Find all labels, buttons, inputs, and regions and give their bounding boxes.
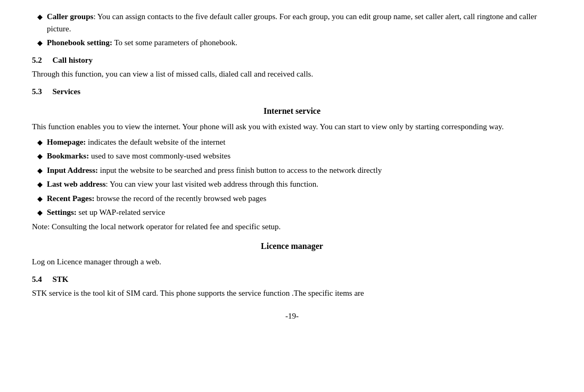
caller-groups-item: ◆ Caller groups: You can assign contacts… <box>32 11 552 35</box>
section-54-num: 5.4 <box>32 275 42 283</box>
licence-manager-heading: Licence manager <box>32 240 552 253</box>
internet-service-heading: Internet service <box>32 105 552 118</box>
bullet-diamond-icon-6: ◆ <box>37 179 43 190</box>
settings-label: Settings: <box>47 208 77 216</box>
input-address-text: Input Address: input the website to be s… <box>47 164 552 177</box>
bullet-diamond-icon-7: ◆ <box>37 194 43 204</box>
section-53-num: 5.3 <box>32 87 42 96</box>
input-address-body: input the website to be searched and pre… <box>98 166 382 174</box>
input-address-item: ◆ Input Address: input the website to be… <box>32 164 552 177</box>
bookmarks-text: Bookmarks: used to save most commonly-us… <box>47 150 552 162</box>
recent-pages-item: ◆ Recent Pages: browse the record of the… <box>32 193 552 205</box>
bullet-diamond-icon-4: ◆ <box>37 151 43 162</box>
internet-service-para: This function enables you to view the in… <box>32 121 552 133</box>
note-line: Note: Consulting the local network opera… <box>32 221 552 233</box>
bookmarks-body: used to save most commonly-used websites <box>89 152 231 160</box>
phonebook-setting-label: Phonebook setting: <box>47 38 112 47</box>
settings-item: ◆ Settings: set up WAP-related service <box>32 206 552 219</box>
input-address-label: Input Address: <box>47 166 98 174</box>
homepage-item: ◆ Homepage: indicates the default websit… <box>32 136 552 148</box>
homepage-body: indicates the default website of the int… <box>86 138 225 146</box>
phonebook-setting-body: To set some parameters of phonebook. <box>112 38 237 47</box>
bookmarks-item: ◆ Bookmarks: used to save most commonly-… <box>32 150 552 162</box>
section-52-num: 5.2 <box>32 56 42 64</box>
recent-pages-label: Recent Pages: <box>47 194 95 203</box>
homepage-text: Homepage: indicates the default website … <box>47 136 552 148</box>
section-52-heading: 5.2 Call history <box>32 54 552 66</box>
last-web-label: Last web address <box>47 180 106 188</box>
section-54-heading: 5.4 STK <box>32 273 552 286</box>
recent-pages-body: browse the record of the recently browse… <box>95 194 267 203</box>
bullet-diamond-icon: ◆ <box>37 12 43 22</box>
last-web-item: ◆ Last web address: You can view your la… <box>32 178 552 190</box>
phonebook-setting-item: ◆ Phonebook setting: To set some paramet… <box>32 37 552 49</box>
settings-body: set up WAP-related service <box>77 208 165 216</box>
caller-groups-body: : You can assign contacts to the five de… <box>47 12 537 33</box>
section-53-title: Services <box>53 87 80 96</box>
homepage-label: Homepage: <box>47 138 86 146</box>
bullet-diamond-icon-3: ◆ <box>37 137 43 148</box>
bullet-diamond-icon-2: ◆ <box>37 38 43 48</box>
recent-pages-text: Recent Pages: browse the record of the r… <box>47 193 552 205</box>
bullet-diamond-icon-5: ◆ <box>37 165 43 176</box>
licence-manager-para: Log on Licence manager through a web. <box>32 256 552 268</box>
section-53-heading: 5.3 Services <box>32 86 552 98</box>
bookmarks-label: Bookmarks: <box>47 152 89 160</box>
caller-groups-label: Caller groups <box>47 12 93 21</box>
section-52-para: Through this function, you can view a li… <box>32 68 552 80</box>
last-web-text: Last web address: You can view your last… <box>47 178 552 190</box>
phonebook-setting-text: Phonebook setting: To set some parameter… <box>47 37 552 49</box>
section-52-title: Call history <box>53 56 93 64</box>
bullet-diamond-icon-8: ◆ <box>37 207 43 218</box>
section-54-title: STK <box>53 275 69 283</box>
last-web-body: : You can view your last visited web add… <box>106 180 319 188</box>
settings-text: Settings: set up WAP-related service <box>47 206 552 219</box>
caller-groups-text: Caller groups: You can assign contacts t… <box>47 11 552 35</box>
section-54-para: STK service is the tool kit of SIM card.… <box>32 287 552 299</box>
page-number: -19- <box>32 310 552 322</box>
